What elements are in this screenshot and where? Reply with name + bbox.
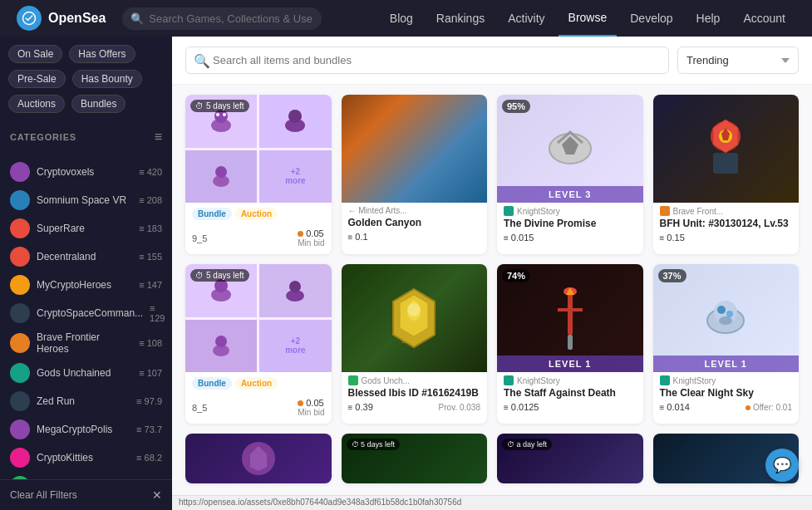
svg-rect-14 bbox=[713, 153, 738, 174]
category-count-cryptovoxels: ≡ 420 bbox=[139, 167, 162, 177]
more-badge-4: +2 more bbox=[259, 320, 331, 373]
categories-filter-icon[interactable]: ≡ bbox=[155, 130, 162, 145]
filter-has-offers[interactable]: Has Offers bbox=[69, 45, 135, 63]
item-name-6: The Staff Against Death bbox=[504, 387, 637, 399]
category-count-zed: ≡ 97.9 bbox=[136, 396, 162, 406]
category-count-superrare: ≡ 183 bbox=[139, 223, 162, 233]
category-count-brave: ≡ 108 bbox=[139, 338, 162, 348]
nav-link-blog[interactable]: Blog bbox=[380, 0, 423, 37]
svg-point-3 bbox=[216, 113, 219, 116]
category-mega[interactable]: MegaCryptoPolis ≡ 73.7 bbox=[3, 415, 169, 444]
item-name-7: The Clear Night Sky bbox=[660, 387, 793, 399]
sidebar-filters: On Sale Has Offers Pre-Sale Has Bounty A… bbox=[0, 37, 172, 121]
item-source-3: Brave Front... bbox=[660, 206, 793, 216]
eth-dot-4 bbox=[298, 400, 303, 406]
category-cryptokitties[interactable]: CryptoKitties ≡ 68.2 bbox=[3, 444, 169, 472]
content-search-icon: 🔍 bbox=[194, 52, 210, 68]
nav-link-browse[interactable]: Browse bbox=[559, 0, 618, 37]
nav-link-develop[interactable]: Develop bbox=[620, 0, 682, 37]
content-wrapper: ⏱ 5 days left + bbox=[172, 85, 812, 495]
category-zed[interactable]: Zed Run ≡ 97.9 bbox=[3, 387, 169, 415]
category-name-mycrypto: MyCryptoHeroes bbox=[37, 279, 132, 291]
filter-bundles[interactable]: Bundles bbox=[71, 95, 125, 113]
category-name-decentraland: Decentraland bbox=[37, 251, 132, 262]
category-name-superrare: SuperRare bbox=[37, 223, 132, 234]
item-image-9: ⏱ 5 days left bbox=[342, 434, 488, 483]
item-info-2: KnightStory The Divine Promise ≡ 0.015 bbox=[497, 203, 643, 249]
item-sub-price-7: Offer: 0.01 bbox=[746, 403, 792, 412]
logo[interactable]: OpenSea bbox=[17, 6, 106, 31]
item-info-7: KnightStory The Clear Night Sky ≡ 0.014 … bbox=[653, 372, 800, 419]
tag-auction-4: Auction bbox=[235, 377, 278, 390]
tag-auction-0: Auction bbox=[235, 208, 278, 220]
chat-button[interactable]: 💬 bbox=[765, 449, 799, 482]
item-timer-10: ⏱ a day left bbox=[502, 439, 552, 450]
category-name-brave: Brave Frontier Heroes bbox=[37, 331, 132, 355]
item-image-3 bbox=[653, 95, 800, 203]
tag-bundle-4: Bundle bbox=[192, 377, 232, 390]
category-cryptospace[interactable]: CryptoSpaceComman... ≡ 129 bbox=[3, 299, 169, 327]
nav-link-help[interactable]: Help bbox=[687, 0, 731, 37]
nav-search-input[interactable] bbox=[122, 7, 322, 30]
item-image-4: ⏱ 5 days left + bbox=[185, 264, 332, 372]
percent-badge-2: 95% bbox=[502, 100, 530, 113]
content-search-input[interactable] bbox=[185, 47, 669, 74]
svg-point-32 bbox=[717, 306, 726, 314]
filter-pre-sale[interactable]: Pre-Sale bbox=[8, 70, 66, 88]
svg-point-4 bbox=[223, 113, 226, 116]
filter-has-bounty[interactable]: Has Bounty bbox=[72, 70, 142, 88]
category-somnium[interactable]: Somnium Space VR ≡ 208 bbox=[3, 186, 169, 214]
category-icon-zed bbox=[10, 391, 30, 411]
item-image-0: ⏱ 5 days left + bbox=[185, 95, 332, 203]
item-timer-4: ⏱ 5 days left bbox=[190, 269, 249, 282]
item-card-6[interactable]: 74% LEVEL 1 bbox=[497, 264, 643, 424]
category-decentraland[interactable]: Decentraland ≡ 155 bbox=[3, 243, 169, 271]
percent-badge-7: 37% bbox=[658, 269, 687, 282]
sort-select[interactable]: Trending Recently Added Ending Soon Pric… bbox=[677, 47, 799, 74]
category-mycrypto[interactable]: MyCryptoHeroes ≡ 147 bbox=[3, 271, 169, 299]
nav-link-rankings[interactable]: Rankings bbox=[426, 0, 495, 37]
category-superrare[interactable]: SuperRare ≡ 183 bbox=[3, 214, 169, 243]
item-card-7[interactable]: 37% LEVEL 1 KnightStory The Clear Night … bbox=[653, 264, 800, 424]
clear-all-filters-button[interactable]: Clear All Filters ✕ bbox=[0, 479, 172, 510]
content-area: 🔍 Trending Recently Added Ending Soon Pr… bbox=[172, 37, 812, 510]
item-card-8[interactable] bbox=[185, 434, 332, 483]
item-image-5: 5 bbox=[342, 264, 488, 372]
item-card-0[interactable]: ⏱ 5 days left + bbox=[185, 95, 332, 254]
category-icon-somnium bbox=[10, 190, 30, 210]
category-count-decentraland: ≡ 155 bbox=[139, 252, 162, 262]
category-brave[interactable]: Brave Frontier Heroes ≡ 108 bbox=[3, 327, 169, 359]
item-info-1: ← Minted Arts... Golden Canyon ≡ 0.1 bbox=[342, 203, 488, 248]
category-urbit[interactable]: Urbit ID ≡ 58.7 bbox=[3, 472, 169, 479]
item-info-3: Brave Front... BFH Unit: #30130124, Lv.5… bbox=[653, 203, 800, 249]
category-cryptovoxels[interactable]: Cryptovoxels ≡ 420 bbox=[3, 158, 169, 186]
nav-link-account[interactable]: Account bbox=[733, 0, 795, 37]
category-name-mega: MegaCryptoPolis bbox=[37, 424, 130, 435]
filter-on-sale[interactable]: On Sale bbox=[8, 45, 62, 63]
item-source-5: Gods Unch... bbox=[348, 375, 481, 385]
item-card-5[interactable]: 5 Gods Unch... Blessed Ibis ID #16162419… bbox=[342, 264, 488, 424]
filter-auctions[interactable]: Auctions bbox=[8, 95, 65, 113]
item-info-4: 8_5 0.05 Min bid bbox=[185, 395, 332, 424]
item-card-9[interactable]: ⏱ 5 days left bbox=[342, 434, 488, 483]
item-source-6: KnightStory bbox=[504, 375, 637, 385]
item-id-0: 9_5 bbox=[192, 233, 207, 243]
item-card-1[interactable]: ← Minted Arts... Golden Canyon ≡ 0.1 bbox=[342, 95, 488, 254]
logo-icon bbox=[17, 6, 42, 31]
category-name-cryptospace: CryptoSpaceComman... bbox=[37, 307, 143, 319]
svg-rect-25 bbox=[568, 289, 573, 335]
item-card-3[interactable]: Brave Front... BFH Unit: #30130124, Lv.5… bbox=[653, 95, 800, 254]
svg-point-6 bbox=[288, 110, 302, 123]
url-bar: https://opensea.io/assets/0xe8bh076440ad… bbox=[172, 495, 812, 510]
item-price-4: 0.05 bbox=[298, 398, 324, 408]
item-card-2[interactable]: 95% LEVEL 3 KnightStory The Divine Promi… bbox=[497, 95, 643, 254]
nav-link-activity[interactable]: Activity bbox=[498, 0, 554, 37]
logo-text: OpenSea bbox=[48, 11, 106, 26]
category-icon-decentraland bbox=[10, 247, 30, 267]
svg-point-8 bbox=[215, 166, 227, 178]
category-gods[interactable]: Gods Unchained ≡ 107 bbox=[3, 359, 169, 387]
item-info-6: KnightStory The Staff Against Death ≡ 0.… bbox=[497, 372, 643, 419]
item-card-10[interactable]: ⏱ a day left bbox=[497, 434, 643, 483]
category-icon-cryptovoxels bbox=[10, 162, 30, 182]
item-card-4[interactable]: ⏱ 5 days left + bbox=[185, 264, 332, 424]
